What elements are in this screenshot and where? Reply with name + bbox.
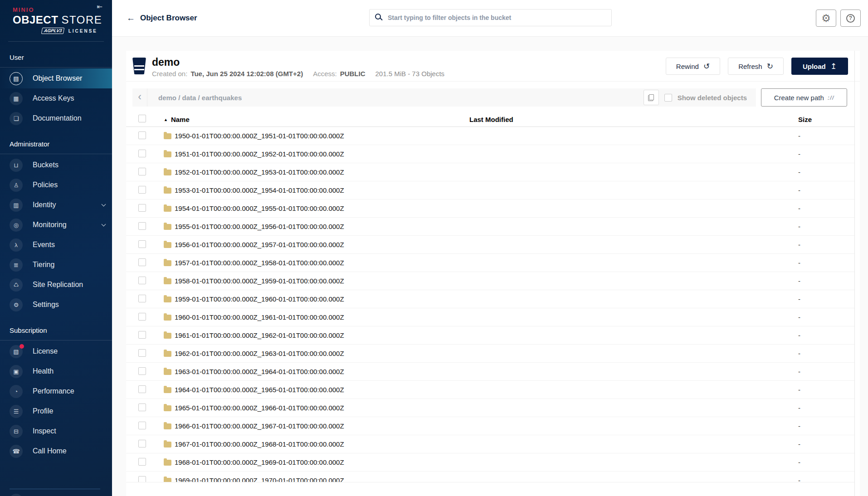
table-row[interactable]: 1955-01-01T00:00:00.000Z_1956-01-01T00:0… xyxy=(126,218,854,236)
sidebar-section: Administrator⊔Buckets♙Policies▥Identity◎… xyxy=(0,140,112,315)
sidebar-section: User▤Object Browser▦Access Keys❏Document… xyxy=(0,53,112,128)
bucket-meta: Created on: Tue, Jun 25 2024 12:02:08 (G… xyxy=(152,70,444,78)
sidebar-item-documentation[interactable]: ❏Documentation xyxy=(0,108,112,128)
row-checkbox[interactable] xyxy=(138,331,146,339)
row-checkbox[interactable] xyxy=(138,367,146,375)
folder-icon xyxy=(164,369,171,375)
table-row[interactable]: 1966-01-01T00:00:00.000Z_1967-01-01T00:0… xyxy=(126,417,854,435)
sidebar-item-profile[interactable]: ☰Profile xyxy=(0,401,112,421)
row-checkbox[interactable] xyxy=(138,258,146,266)
sidebar-bottom-divider xyxy=(10,489,100,489)
row-checkbox[interactable] xyxy=(138,222,146,230)
folder-icon xyxy=(164,260,171,266)
folder-icon xyxy=(164,478,171,483)
sidebar-item-tiering[interactable]: ≣Tiering xyxy=(0,255,112,275)
table-row[interactable]: 1967-01-01T00:00:00.000Z_1968-01-01T00:0… xyxy=(126,435,854,453)
row-checkbox[interactable] xyxy=(138,168,146,175)
table-row[interactable]: 1956-01-01T00:00:00.000Z_1957-01-01T00:0… xyxy=(126,236,854,254)
breadcrumb-back-button[interactable]: ‹ xyxy=(132,88,147,107)
logo-divider xyxy=(8,41,104,42)
search-input[interactable] xyxy=(369,9,612,26)
sidebar-item-call-home[interactable]: ☎Call Home xyxy=(0,441,112,461)
search-icon xyxy=(375,14,381,19)
copy-path-button[interactable] xyxy=(644,90,659,105)
app-root: ⇤ MINIO OBJECT STORE AGPLV3 LICENSE User… xyxy=(0,0,868,496)
column-header-last-modified[interactable]: Last Modified xyxy=(469,116,798,123)
table-row[interactable]: 1958-01-01T00:00:00.000Z_1959-01-01T00:0… xyxy=(126,272,854,290)
size-cell: - xyxy=(798,350,854,357)
size-cell: - xyxy=(798,259,854,267)
row-checkbox[interactable] xyxy=(138,150,146,157)
help-button[interactable]: ? xyxy=(840,10,861,27)
sidebar-item-monitoring[interactable]: ◎Monitoring xyxy=(0,215,112,235)
size-cell: - xyxy=(798,295,854,303)
row-checkbox[interactable] xyxy=(138,404,146,411)
minio-logo: MINIO OBJECT STORE AGPLV3 LICENSE xyxy=(0,0,99,34)
select-all-checkbox[interactable] xyxy=(138,115,146,122)
folder-icon xyxy=(164,170,171,175)
row-checkbox[interactable] xyxy=(138,240,146,248)
sidebar-item-label: Health xyxy=(33,367,54,375)
size-cell: - xyxy=(798,386,854,394)
row-checkbox[interactable] xyxy=(138,313,146,321)
row-checkbox[interactable] xyxy=(138,131,146,139)
sidebar-item-label: Inspect xyxy=(33,427,56,435)
row-checkbox[interactable] xyxy=(138,440,146,447)
table-row[interactable]: 1961-01-01T00:00:00.000Z_1962-01-01T00:0… xyxy=(126,326,854,345)
sidebar-item-license[interactable]: ▧License xyxy=(0,341,112,361)
create-new-path-button[interactable]: Create new path :// xyxy=(761,88,847,107)
row-checkbox[interactable] xyxy=(138,385,146,393)
column-header-size[interactable]: Size xyxy=(798,116,854,123)
sidebar-item-health[interactable]: ▣Health xyxy=(0,361,112,381)
size-cell: - xyxy=(798,422,854,430)
sidebar-item-performance[interactable]: ◔Performance xyxy=(0,381,112,401)
row-checkbox[interactable] xyxy=(138,476,146,483)
row-checkbox[interactable] xyxy=(138,295,146,302)
row-checkbox[interactable] xyxy=(138,204,146,212)
sidebar-item-site-replication[interactable]: ♺Site Replication xyxy=(0,275,112,295)
table-row[interactable]: 1954-01-01T00:00:00.000Z_1955-01-01T00:0… xyxy=(126,199,854,218)
table-row[interactable]: 1968-01-01T00:00:00.000Z_1969-01-01T00:0… xyxy=(126,453,854,472)
row-checkbox[interactable] xyxy=(138,422,146,429)
sidebar-item-access-keys[interactable]: ▦Access Keys xyxy=(0,88,112,108)
sidebar-item-settings[interactable]: ⚙Settings xyxy=(0,295,112,315)
table-row[interactable]: 1960-01-01T00:00:00.000Z_1961-01-01T00:0… xyxy=(126,308,854,326)
table-row[interactable]: 1959-01-01T00:00:00.000Z_1960-01-01T00:0… xyxy=(126,290,854,308)
row-checkbox[interactable] xyxy=(138,186,146,194)
column-header-name[interactable]: ▲Name xyxy=(164,116,469,123)
table-scrollbar[interactable] xyxy=(854,51,855,496)
sidebar-item-buckets[interactable]: ⊔Buckets xyxy=(0,155,112,175)
folder-icon xyxy=(164,242,171,248)
table-row[interactable]: 1965-01-01T00:00:00.000Z_1966-01-01T00:0… xyxy=(126,399,854,417)
back-arrow-icon[interactable]: ← xyxy=(127,13,135,23)
table-row[interactable]: 1963-01-01T00:00:00.000Z_1964-01-01T00:0… xyxy=(126,363,854,381)
row-checkbox[interactable] xyxy=(138,458,146,466)
show-deleted-checkbox[interactable] xyxy=(664,94,672,102)
table-row[interactable]: 1957-01-01T00:00:00.000Z_1958-01-01T00:0… xyxy=(126,254,854,272)
sidebar-item-events[interactable]: λEvents xyxy=(0,235,112,255)
collapse-sidebar-icon[interactable]: ⇤ xyxy=(97,3,102,11)
upload-button[interactable]: Upload ↥ xyxy=(791,58,848,75)
sidebar-item-inspect[interactable]: ⊟Inspect xyxy=(0,421,112,441)
table-row[interactable]: 1964-01-01T00:00:00.000Z_1965-01-01T00:0… xyxy=(126,381,854,399)
object-name: 1963-01-01T00:00:00.000Z_1964-01-01T00:0… xyxy=(175,368,344,375)
object-list: 1950-01-01T00:00:00.000Z_1951-01-01T00:0… xyxy=(126,127,854,482)
row-checkbox[interactable] xyxy=(138,277,146,284)
refresh-button[interactable]: Refresh ↻ xyxy=(728,58,784,75)
table-row[interactable]: 1953-01-01T00:00:00.000Z_1954-01-01T00:0… xyxy=(126,181,854,199)
sidebar-item-policies[interactable]: ♙Policies xyxy=(0,175,112,195)
row-checkbox[interactable] xyxy=(138,349,146,357)
sidebar-item-object-browser[interactable]: ▤Object Browser xyxy=(0,68,112,88)
monitoring-icon: ◎ xyxy=(10,219,23,232)
table-row[interactable]: 1962-01-01T00:00:00.000Z_1963-01-01T00:0… xyxy=(126,345,854,363)
page-title: Object Browser xyxy=(140,14,197,23)
table-row[interactable]: 1951-01-01T00:00:00.000Z_1952-01-01T00:0… xyxy=(126,145,854,163)
table-row[interactable]: 1950-01-01T00:00:00.000Z_1951-01-01T00:0… xyxy=(126,127,854,145)
rewind-button[interactable]: Rewind ↺ xyxy=(666,58,720,75)
table-row[interactable]: 1952-01-01T00:00:00.000Z_1953-01-01T00:0… xyxy=(126,163,854,181)
table-row[interactable]: 1969-01-01T00:00:00.000Z_1970-01-01T00:0… xyxy=(126,472,854,482)
sidebar-item-identity[interactable]: ▥Identity xyxy=(0,195,112,215)
identity-icon: ▥ xyxy=(10,199,23,212)
created-on-label: Created on: xyxy=(152,70,187,78)
settings-button[interactable]: ⚙ xyxy=(816,10,836,27)
